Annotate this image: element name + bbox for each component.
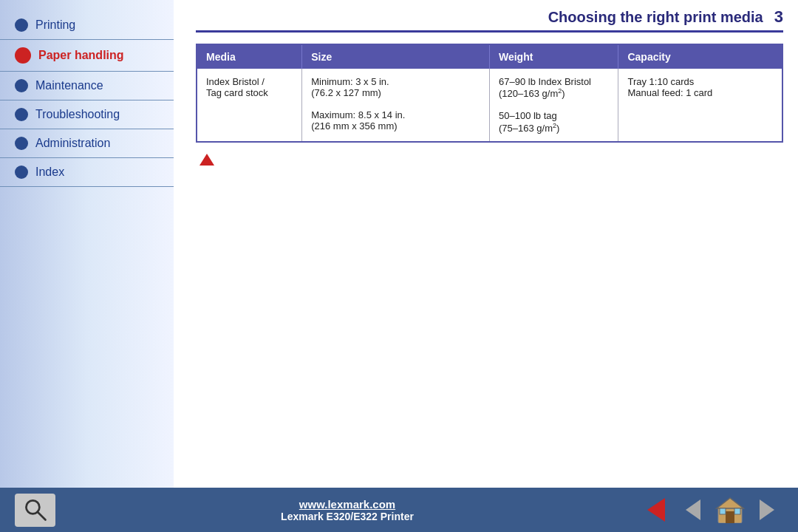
nav-next-button[interactable] (750, 495, 783, 525)
search-icon (22, 497, 49, 523)
page-title: Choosing the right print media (548, 9, 763, 26)
sidebar-label-printing: Printing (35, 18, 75, 32)
table-header-row: Media Size Weight Capacity (197, 44, 782, 69)
size-max: Maximum: 8.5 x 14 in. (311, 109, 405, 120)
app-container: Printing Paper handling Maintenance Trou… (0, 0, 798, 532)
sidebar-dot-maintenance (15, 79, 28, 92)
sidebar-dot-administration (15, 137, 28, 150)
sidebar-dot-paper-handling (15, 47, 31, 64)
svg-rect-4 (726, 511, 734, 523)
sidebar-item-troubleshooting[interactable]: Troubleshooting (0, 100, 174, 129)
capacity-manual: Manual feed: 1 card (627, 87, 712, 98)
page-header: Choosing the right print media 3 (196, 0, 783, 33)
weight-bristol-metric: (120–163 g/m2) (499, 88, 565, 99)
page-number: 3 (774, 7, 783, 27)
sidebar-label-maintenance: Maintenance (35, 79, 103, 92)
sidebar-item-administration[interactable]: Administration (0, 129, 174, 158)
size-min-mm: (76.2 x 127 mm) (311, 87, 381, 98)
footer-center: www.lexmark.com Lexmark E320/E322 Printe… (281, 498, 414, 522)
main-content: Choosing the right print media 3 Media S… (174, 0, 798, 488)
weight-tag: 50–100 lb tag (499, 110, 557, 121)
nav-back-button[interactable] (639, 495, 672, 525)
sidebar-label-administration: Administration (35, 137, 110, 150)
sidebar-item-index[interactable]: Index (0, 158, 174, 187)
table-row: Index Bristol / Index Bristol / Tag card… (197, 69, 782, 142)
prev-arrow-icon (686, 499, 700, 520)
cell-media: Index Bristol / Index Bristol / Tag card… (197, 69, 302, 142)
col-header-weight: Weight (489, 44, 618, 69)
col-header-capacity: Capacity (618, 44, 782, 69)
sidebar-dot-index (15, 166, 28, 179)
sidebar: Printing Paper handling Maintenance Trou… (0, 0, 174, 488)
footer-nav (639, 495, 783, 525)
svg-rect-6 (734, 508, 740, 514)
svg-line-1 (37, 512, 45, 520)
triangle-marker (200, 154, 214, 166)
next-arrow-icon (760, 499, 774, 520)
sidebar-label-troubleshooting: Troubleshooting (35, 108, 120, 121)
sidebar-label-paper-handling: Paper handling (38, 49, 124, 62)
nav-prev-button[interactable] (676, 495, 709, 525)
weight-tag-metric: (75–163 g/m2) (499, 123, 559, 134)
media-name-tag-display: Tag card stock (206, 87, 268, 98)
footer-brand: Lexmark E320/E322 Printer (281, 511, 414, 522)
sidebar-dot-printing (15, 18, 28, 32)
back-arrow-icon (647, 498, 665, 522)
footer: www.lexmark.com Lexmark E320/E322 Printe… (0, 488, 798, 532)
cell-weight: 67–90 lb Index Bristol (120–163 g/m2) 50… (489, 69, 618, 142)
sidebar-label-index: Index (35, 166, 64, 179)
sidebar-item-paper-handling[interactable]: Paper handling (0, 40, 174, 72)
cell-size: Minimum: 3 x 5 in. (76.2 x 127 mm) Maxim… (302, 69, 490, 142)
media-name-bristol: Index Bristol / (206, 76, 265, 87)
home-button[interactable] (713, 495, 746, 525)
footer-url[interactable]: www.lexmark.com (281, 498, 414, 511)
search-button[interactable] (15, 494, 55, 527)
svg-marker-3 (717, 498, 743, 508)
sidebar-dot-troubleshooting (15, 108, 28, 121)
cell-capacity: Tray 1:10 cards Manual feed: 1 card (618, 69, 782, 142)
content-area: Printing Paper handling Maintenance Trou… (0, 0, 798, 488)
col-header-media: Media (197, 44, 302, 69)
sidebar-item-printing[interactable]: Printing (0, 11, 174, 40)
weight-bristol: 67–90 lb Index Bristol (499, 76, 591, 87)
size-max-mm: (216 mm x 356 mm) (311, 120, 397, 132)
capacity-tray: Tray 1:10 cards (627, 76, 694, 87)
svg-rect-5 (720, 508, 726, 514)
media-table: Media Size Weight Capacity Index Bristol… (196, 44, 783, 143)
title-group: Choosing the right print media 3 (548, 7, 783, 27)
sidebar-item-maintenance[interactable]: Maintenance (0, 72, 174, 100)
col-header-size: Size (302, 44, 490, 69)
size-min: Minimum: 3 x 5 in. (311, 76, 389, 87)
home-icon (715, 497, 745, 523)
